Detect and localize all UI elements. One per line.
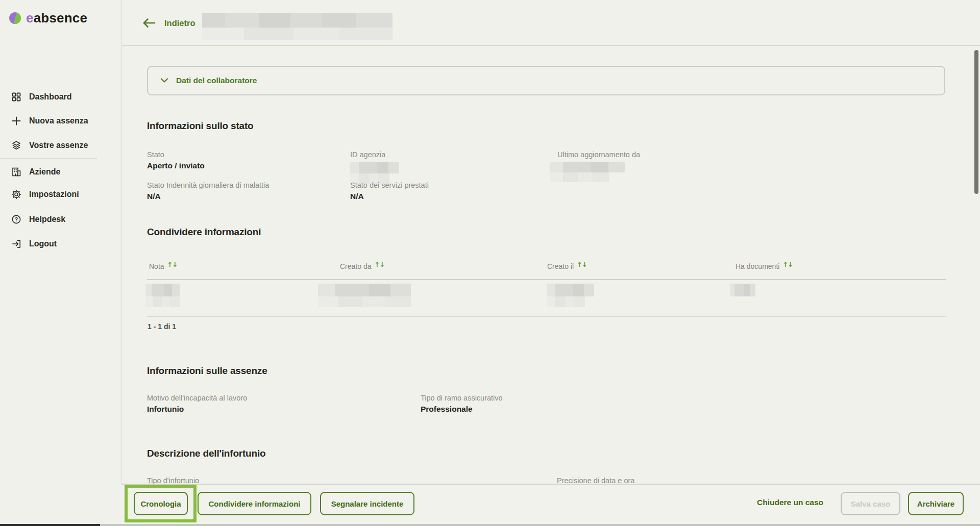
arrow-left-icon: [142, 17, 156, 29]
chevron-down-icon: [160, 78, 168, 84]
salva-caso-button[interactable]: Salva caso: [841, 492, 900, 515]
sidebar-item-logout[interactable]: Logout: [0, 237, 121, 251]
sidebar-item-label: Aziende: [29, 167, 60, 177]
sidebar: eabsence Dashboard Nuova assenza Vostre …: [0, 0, 122, 526]
redacted-cell-ha-documenti: [730, 284, 755, 296]
building-icon: [11, 167, 21, 177]
sidebar-item-label: Vostre assenze: [29, 141, 88, 150]
redacted-ultimo-aggiornamento-2: [550, 172, 609, 182]
redacted-page-subtitle: [202, 28, 393, 40]
collapse-panel-dati-collaboratore[interactable]: Dati del collaboratore: [147, 66, 945, 95]
sidebar-item-aziende[interactable]: Aziende: [0, 165, 121, 179]
redacted-cell-nota-2: [145, 296, 180, 307]
plus-icon: [11, 116, 21, 126]
field-value-indennita: N/A: [147, 192, 161, 201]
sidebar-divider: [0, 158, 97, 159]
redacted-page-title: [202, 13, 393, 28]
collapse-panel-title: Dati del collaboratore: [176, 76, 257, 85]
sidebar-item-dashboard[interactable]: Dashboard: [0, 90, 121, 104]
redacted-cell-nota: [145, 284, 180, 296]
pagination-label: 1 - 1 di 1: [148, 322, 176, 331]
sidebar-item-label: Dashboard: [29, 92, 72, 102]
field-label-servizi: Stato dei servizi prestati: [350, 181, 429, 189]
sort-icon: ↑↓: [374, 261, 384, 268]
field-value-servizi: N/A: [350, 192, 364, 201]
table-header-creato-il[interactable]: Creato il ↑↓: [547, 262, 587, 270]
sidebar-item-label: Helpdesk: [29, 215, 65, 224]
dashboard-grid-icon: [11, 92, 21, 102]
logout-icon: [11, 239, 21, 249]
sort-icon: ↑↓: [577, 261, 587, 268]
redacted-ultimo-aggiornamento: [550, 162, 625, 172]
sidebar-item-vostre-assenze[interactable]: Vostre assenze: [0, 139, 121, 152]
table-header-creato-da[interactable]: Creato da ↑↓: [340, 262, 384, 270]
brand-logo-text: eabsence: [26, 10, 87, 26]
field-label-id-agenzia: ID agenzia: [350, 151, 385, 159]
column-label: Ha documenti: [736, 262, 779, 270]
bottom-edge-gray-strip: [100, 524, 980, 526]
bottom-edge-dark-strip: [0, 524, 100, 526]
section-title-assenze: Informazioni sulle assenze: [147, 365, 267, 377]
section-title-stato: Informazioni sullo stato: [147, 120, 253, 132]
gear-icon: [11, 189, 21, 199]
table-divider-bottom: [147, 316, 946, 317]
sidebar-item-helpdesk[interactable]: ? Helpdesk: [0, 213, 121, 226]
redacted-cell-creato-da: [318, 284, 411, 296]
field-label-ultimo-aggiornamento: Ultimo aggiornamento da: [557, 151, 640, 159]
table-header-nota[interactable]: Nota ↑↓: [149, 262, 177, 270]
sidebar-item-nuova-assenza[interactable]: Nuova assenza: [0, 114, 121, 128]
sort-icon: ↑↓: [167, 261, 178, 268]
sidebar-item-impostazioni[interactable]: Impostazioni: [0, 188, 121, 201]
field-value-stato: Aperto / inviato: [147, 161, 205, 170]
column-label: Nota: [149, 262, 164, 270]
table-row[interactable]: [121, 280, 980, 316]
table-header-ha-documenti[interactable]: Ha documenti ↑↓: [736, 262, 793, 270]
sort-icon: ↑↓: [782, 261, 793, 268]
archiviare-button[interactable]: Archiviare: [908, 492, 964, 515]
field-value-motivo: Infortunio: [147, 405, 184, 414]
field-label-ramo: Tipo di ramo assicurativo: [421, 394, 503, 402]
back-button[interactable]: Indietro: [142, 17, 195, 29]
condividere-informazioni-button[interactable]: Condividere informazioni: [198, 492, 311, 515]
field-value-ramo: Professionale: [421, 405, 473, 414]
redacted-cell-creato-da-2: [318, 296, 411, 307]
brand-logo-icon: [9, 12, 21, 24]
sidebar-item-label: Logout: [29, 239, 57, 248]
redacted-cell-creato-il: [547, 284, 594, 296]
footer-action-bar: Cronologia Condividere informazioni Segn…: [121, 484, 980, 526]
redacted-id-agenzia: [350, 162, 399, 173]
field-label-stato: Stato: [147, 151, 164, 159]
sidebar-item-label: Nuova assenza: [29, 116, 88, 126]
field-label-motivo: Motivo dell'incapacità al lavoro: [147, 394, 247, 402]
column-label: Creato il: [547, 262, 574, 270]
question-circle-icon: ?: [11, 214, 21, 224]
section-title-infortunio: Descrizione dell'infortunio: [147, 448, 265, 459]
column-label: Creato da: [340, 262, 371, 270]
svg-text:?: ?: [15, 216, 18, 222]
brand-logo[interactable]: eabsence: [9, 10, 87, 26]
sidebar-item-label: Impostazioni: [29, 190, 79, 199]
redacted-cell-creato-il-2: [547, 296, 585, 307]
cronologia-button[interactable]: Cronologia: [134, 492, 188, 515]
page-header: Indietro: [121, 0, 980, 46]
back-button-label: Indietro: [164, 18, 195, 28]
field-label-indennita: Stato Indennità giornaliera di malattia: [147, 181, 269, 189]
chiudere-un-caso-link[interactable]: Chiudere un caso: [757, 498, 823, 507]
section-title-condividere: Condividere informazioni: [147, 227, 261, 238]
layers-icon: [11, 140, 21, 151]
vertical-scrollbar-thumb[interactable]: [974, 50, 978, 194]
app-window: eabsence Dashboard Nuova assenza Vostre …: [0, 0, 980, 526]
segnalare-incidente-button[interactable]: Segnalare incidente: [320, 492, 414, 515]
